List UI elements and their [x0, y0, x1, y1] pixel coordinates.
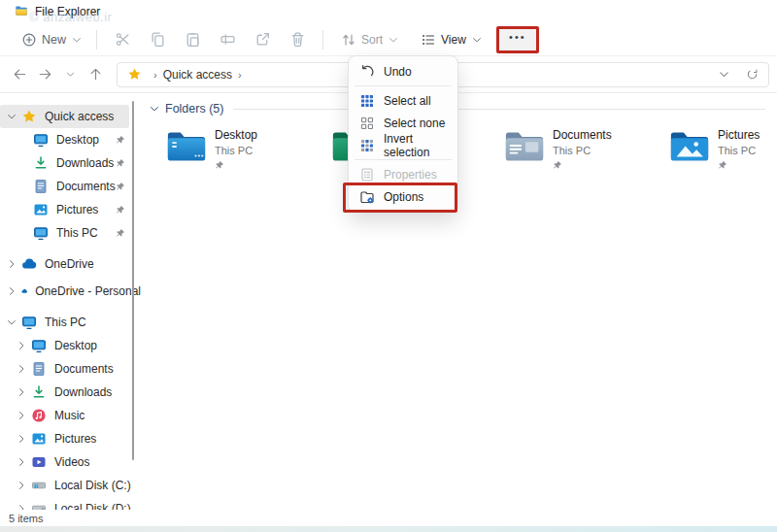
sidebar-item-label: Documents: [56, 180, 116, 193]
sidebar-item-music[interactable]: Music: [0, 404, 141, 427]
copy-button[interactable]: [140, 26, 175, 53]
tile-documents[interactable]: Documents This PC: [503, 126, 612, 170]
file-explorer-icon: [14, 4, 29, 17]
chevron-right-icon: [16, 456, 27, 468]
sidebar-item-label: Desktop: [54, 339, 97, 352]
tile-desktop[interactable]: Desktop This PC: [165, 126, 257, 170]
cloud-icon: [21, 283, 27, 299]
toolbar-separator: [96, 30, 97, 50]
folder-icon-desktop: [165, 126, 208, 165]
scissors-icon: [115, 31, 131, 48]
computer-icon: [21, 315, 37, 330]
refresh-icon[interactable]: [746, 68, 759, 81]
chevron-right-icon: [6, 258, 17, 270]
rename-button[interactable]: [210, 26, 245, 53]
sidebar-item-pictures[interactable]: Pictures: [0, 198, 141, 221]
sidebar-item-label: This PC: [56, 226, 98, 240]
menu-item-label: Select all: [384, 94, 431, 108]
sidebar-item-label: Documents: [54, 362, 114, 376]
delete-button[interactable]: [280, 26, 315, 53]
sidebar-item-label: Desktop: [56, 133, 99, 147]
share-button[interactable]: [245, 26, 280, 53]
up-button[interactable]: [84, 63, 107, 86]
sidebar-item-documents-tree[interactable]: Documents: [0, 357, 141, 381]
sort-arrows-icon: [341, 32, 356, 48]
sidebar-item-desktop-tree[interactable]: Desktop: [0, 334, 141, 357]
tile-location: This PC: [215, 145, 257, 156]
chevron-right-icon: [16, 433, 27, 445]
chevron-down-icon: [65, 69, 76, 80]
menu-item-undo[interactable]: Undo: [353, 60, 454, 83]
document-icon: [33, 179, 49, 194]
picture-icon: [33, 202, 49, 217]
sort-button-label: Sort: [361, 33, 383, 47]
rename-icon: [220, 31, 236, 48]
sidebar-item-this-pc[interactable]: This PC: [0, 311, 141, 334]
sidebar-item-desktop[interactable]: Desktop: [0, 128, 141, 151]
desktop-icon: [31, 338, 47, 353]
sidebar-item-downloads[interactable]: Downloads: [0, 151, 141, 175]
menu-item-label: Invert selection: [384, 132, 447, 159]
sidebar-item-downloads-tree[interactable]: Downloads: [0, 381, 141, 404]
sidebar-scrollbar[interactable]: [132, 101, 134, 460]
view-button-label: View: [441, 33, 466, 47]
sidebar-item-onedrive[interactable]: OneDrive: [0, 252, 141, 276]
forward-button[interactable]: [33, 63, 56, 86]
sort-button[interactable]: Sort: [335, 26, 405, 53]
new-button-label: New: [42, 33, 66, 47]
breadcrumb-separator: ›: [238, 69, 242, 81]
cut-button[interactable]: [105, 26, 140, 53]
chevron-down-icon: [71, 34, 83, 46]
view-button[interactable]: View: [415, 26, 489, 53]
sidebar-item-label: Music: [54, 409, 84, 422]
pin-icon: [553, 160, 562, 170]
sidebar-item-quick-access[interactable]: Quick access: [0, 105, 129, 128]
invert-selection-icon: [359, 138, 375, 153]
item-count: 5 items: [9, 513, 43, 524]
sidebar-item-pictures-tree[interactable]: Pictures: [0, 427, 141, 450]
back-button[interactable]: [8, 63, 31, 86]
disk-drive-icon: [31, 478, 47, 493]
menu-item-label: Select none: [384, 116, 445, 130]
folder-icon-documents: [503, 126, 546, 165]
address-dropdown-icon[interactable]: [718, 68, 730, 81]
see-more-button[interactable]: •••: [496, 26, 539, 53]
copy-icon: [150, 31, 166, 48]
video-icon: [31, 454, 47, 470]
breadcrumb[interactable]: Quick access: [163, 68, 232, 82]
sidebar-item-label: Videos: [54, 455, 89, 469]
computer-icon: [33, 225, 49, 241]
sidebar-item-onedrive-personal[interactable]: OneDrive - Personal: [0, 280, 141, 303]
sidebar-item-videos[interactable]: Videos: [0, 450, 141, 474]
sidebar-item-this-pc-pinned[interactable]: This PC: [0, 221, 141, 245]
command-toolbar: New Sort View •••: [0, 23, 777, 56]
menu-item-invert-selection[interactable]: Invert selection: [353, 134, 454, 156]
tile-location: This PC: [718, 145, 760, 156]
watermark-text: © anzalweb.ir: [29, 10, 112, 24]
options-highlight-box: [343, 183, 457, 213]
desktop-icon: [33, 132, 49, 148]
sidebar-item-documents[interactable]: Documents: [0, 175, 141, 198]
group-header-divider: [233, 109, 765, 110]
folder-icon-pictures: [668, 126, 711, 165]
tile-name: Pictures: [718, 128, 760, 142]
quick-access-star-icon: [127, 67, 142, 82]
tile-location: This PC: [553, 145, 612, 156]
breadcrumb-separator: ›: [153, 69, 157, 81]
folder-content-pane: Folders (5) Desktop This PC Documents Th…: [141, 93, 777, 510]
tile-pictures[interactable]: Pictures This PC: [668, 126, 760, 170]
pin-icon: [718, 160, 727, 170]
menu-item-select-all[interactable]: Select all: [353, 89, 454, 112]
new-button[interactable]: New: [16, 26, 88, 53]
chevron-right-icon: [16, 503, 27, 510]
paste-button[interactable]: [175, 26, 210, 53]
disk-drive-icon: [31, 501, 47, 510]
menu-item-label: Properties: [384, 168, 437, 182]
forward-arrow-icon: [38, 67, 52, 82]
sidebar-item-local-disk-c[interactable]: Local Disk (C:): [0, 474, 141, 497]
chevron-down-icon: [149, 103, 160, 115]
up-arrow-icon: [88, 67, 103, 82]
chevron-down-icon: [6, 111, 17, 122]
sidebar-item-local-disk-d[interactable]: Local Disk (D:): [0, 497, 141, 510]
recent-locations-button[interactable]: [58, 63, 82, 86]
